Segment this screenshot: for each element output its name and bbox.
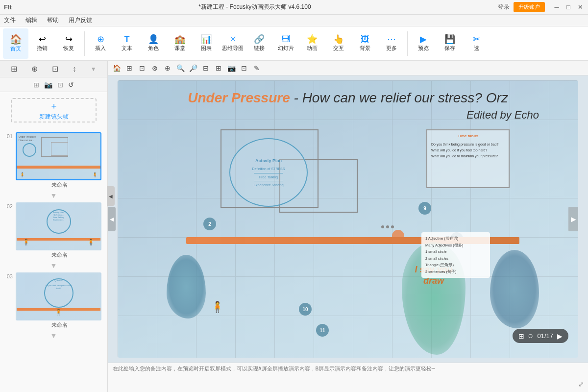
new-slide-button[interactable]: ＋ 新建镜头帧	[11, 98, 97, 122]
align-icon[interactable]: ⊟	[201, 63, 211, 73]
slide-3-text: QuestionDo you think being stressed is b…	[45, 279, 72, 290]
notes-input[interactable]	[113, 365, 583, 390]
counter-prev-btn[interactable]: ⊞	[518, 332, 524, 340]
slide-item-3[interactable]: 03 QuestionDo you think being stressed i…	[0, 270, 107, 331]
slide-connector-3: ▼	[0, 331, 107, 341]
toolbar-insert[interactable]: ⊕ 插入	[88, 28, 113, 59]
rotate-icon[interactable]: ↺	[68, 81, 74, 89]
badge-11[interactable]: 11	[316, 324, 329, 337]
toolbar-preview[interactable]: ▶ 预览	[411, 28, 436, 59]
sidebar-collapse-button[interactable]: ◀	[107, 186, 115, 206]
canvas[interactable]: Under Pressure - How can we relief our s…	[118, 80, 578, 358]
canvas-main-title[interactable]: Under Pressure - How can we relief our s…	[147, 90, 549, 106]
toolbar-background[interactable]: 🖼 背景	[352, 28, 378, 59]
menu-feedback[interactable]: 用户反馈	[69, 16, 92, 24]
distribute-icon[interactable]: ⊞	[214, 63, 223, 73]
notes-expand-icon[interactable]: ⤢	[578, 380, 584, 388]
slide-label-2: 未命名	[16, 251, 103, 259]
badge-10[interactable]: 10	[299, 303, 312, 316]
toolbar-save[interactable]: 💾 保存	[437, 28, 463, 59]
slide-counter: ⊞ ○ 01/17 ▶	[513, 329, 568, 343]
badge-2[interactable]: 2	[203, 218, 216, 230]
duplicate-tool-icon[interactable]: ⊗	[150, 63, 160, 73]
toolbar-select[interactable]: ✂ 选	[464, 28, 489, 59]
close-button[interactable]: ✕	[576, 3, 584, 11]
home-nav-icon[interactable]: 🏠	[112, 63, 122, 73]
zoom-out-icon[interactable]: 🔎	[188, 63, 198, 73]
toolbar-link[interactable]: 🔗 链接	[246, 28, 272, 59]
toolbar-classroom[interactable]: 🏫 课堂	[167, 28, 193, 59]
sidebar-ctrl-2[interactable]: ⊕	[31, 64, 38, 74]
slide-label-1: 未命名	[16, 181, 103, 189]
sidebar-ctrl-3[interactable]: ⊡	[52, 64, 58, 74]
slide-panel: ⊞ ⊕ ⊡ ↕ ▼ ⊞ 📷 ⊡ ↺ ＋ 新建镜头帧 01	[0, 61, 108, 392]
toolbar-slides[interactable]: 🎞 幻灯片	[273, 28, 298, 59]
toolbar-text[interactable]: T 文本	[114, 28, 140, 59]
toolbar-separator-2	[407, 31, 408, 56]
toolbar-home-label: 首页	[10, 46, 21, 52]
new-slide-plus-icon: ＋	[49, 100, 58, 112]
activity-circle[interactable]: Activity Plan Definition of STRESS Free …	[229, 138, 308, 207]
sidebar-scroll-down[interactable]: ▼	[91, 66, 97, 73]
toolbar-animation[interactable]: ⭐ 动画	[299, 28, 325, 59]
app-title: *新建工程 - Focusky动画演示大师 v4.6.100	[12, 3, 498, 11]
menu-edit[interactable]: 编辑	[25, 16, 37, 24]
zoom-in-icon[interactable]: 🔍	[175, 63, 185, 73]
content-nav-left[interactable]: ◀	[108, 207, 116, 231]
titlebar-right: 登录 升级账户 ─ □ ✕	[498, 2, 584, 12]
edit-icon[interactable]: ✎	[252, 63, 262, 73]
camera-tool-icon[interactable]: 📷	[226, 63, 236, 73]
slide-2-fig-left: 🧍	[23, 239, 30, 245]
slide-3-content: QuestionDo you think being stressed is b…	[17, 273, 100, 319]
toolbar-interact[interactable]: 👆 交互	[326, 28, 351, 59]
slide-1-figure-right: 🧍	[92, 172, 98, 177]
toolbar-mindmap[interactable]: ✳ 思维导图	[220, 28, 245, 59]
copy-frame-icon[interactable]: ⊞	[33, 81, 39, 89]
toolbar-chart-label: 图表	[201, 45, 212, 51]
more-icon: ⋯	[387, 35, 396, 44]
counter-next-btn[interactable]: ▶	[557, 332, 563, 340]
crop-icon[interactable]: ⊡	[57, 81, 63, 89]
info-item-4: 2 small circles	[425, 255, 486, 262]
toolbar-redo[interactable]: ↪ 恢复	[56, 28, 81, 59]
sidebar-ctrl-4[interactable]: ↕	[73, 65, 76, 74]
slide-item-2[interactable]: 02 Activity PlanDefinition...Free Talkin…	[0, 200, 107, 261]
toolbar-interact-label: 交互	[333, 45, 344, 51]
badge-9[interactable]: 9	[418, 202, 431, 215]
slide-thumb-2[interactable]: Activity PlanDefinition...Free TalkingEx…	[16, 202, 101, 250]
slide-thumb-3[interactable]: QuestionDo you think being stressed is b…	[16, 272, 101, 320]
upgrade-button[interactable]: 升级账户	[514, 2, 545, 12]
toolbar-home[interactable]: 🏠 首页	[3, 28, 28, 59]
slide-1-content: Under PressureHow can we... 🧍 🧍	[17, 133, 100, 179]
sidebar-ctrl-1[interactable]: ⊞	[11, 64, 17, 74]
slide-thumb-1[interactable]: Under PressureHow can we... 🧍 🧍	[16, 132, 101, 180]
toolbar-chart[interactable]: 📊 图表	[194, 28, 219, 59]
toolbar-link-label: 链接	[254, 45, 265, 51]
paste-tool-icon[interactable]: ⊡	[137, 63, 147, 73]
info-item-6: 2 sentences (句子)	[425, 269, 486, 275]
info-item-5: Triangle (三角形)	[425, 262, 486, 269]
minimize-button[interactable]: ─	[553, 3, 561, 11]
connector-icon-1: ▼	[50, 192, 57, 199]
menu-file[interactable]: 文件	[4, 16, 16, 24]
toolbar-more[interactable]: ⋯ 更多	[379, 28, 404, 59]
maximize-button[interactable]: □	[564, 3, 572, 11]
preview-icon: ▶	[420, 35, 427, 44]
camera-icon[interactable]: 📷	[44, 81, 52, 89]
canvas-subtitle[interactable]: Edited by Echo	[466, 109, 539, 122]
toolbar-character[interactable]: 👤 角色	[141, 28, 166, 59]
canvas-nav-right[interactable]: ▶	[568, 207, 578, 231]
slide-item-1[interactable]: 01 Under PressureHow can we... 🧍 🧍	[0, 130, 107, 191]
frame-box-icon[interactable]: ⊡	[239, 63, 249, 73]
toolbar-classroom-label: 课堂	[174, 45, 185, 51]
info-item-2: Many Adjectives (很多)	[425, 242, 486, 249]
time-panel[interactable]: Time table! Do you think being pressure …	[426, 129, 510, 188]
slide-3-figure: 🧍	[55, 309, 62, 316]
frame-tool-icon[interactable]: ⊕	[163, 63, 172, 73]
login-button[interactable]: 登录	[498, 3, 510, 11]
select-icon: ✂	[473, 35, 480, 44]
dot-3	[391, 225, 394, 228]
toolbar-undo[interactable]: ↩ 撤销	[29, 28, 55, 59]
copy-tool-icon[interactable]: ⊞	[124, 63, 134, 73]
menu-help[interactable]: 帮助	[47, 16, 59, 24]
